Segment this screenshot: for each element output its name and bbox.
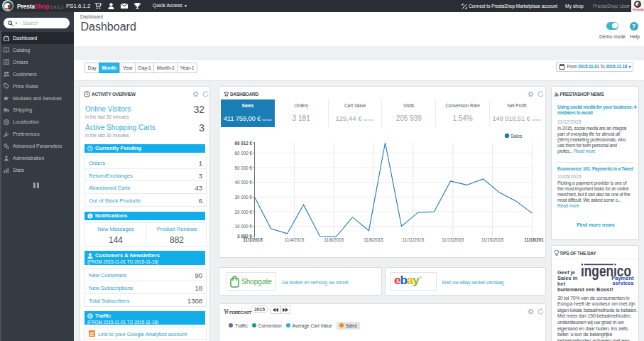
svg-text:50 000 €: 50 000 € (234, 166, 252, 170)
svg-text:66 912 €: 66 912 € (234, 141, 252, 146)
svg-text:11/8/2015: 11/8/2015 (364, 237, 383, 242)
svg-text:60 000 €: 60 000 € (234, 151, 252, 156)
svg-text:40 000 €: 40 000 € (234, 180, 252, 185)
svg-text:11/1/2015: 11/1/2015 (243, 237, 263, 242)
svg-text:11/15/2015: 11/15/2015 (481, 237, 504, 242)
svg-text:11/6/2015: 11/6/2015 (324, 237, 344, 242)
svg-text:30 000 €: 30 000 € (234, 195, 252, 200)
svg-text:11/18/201: 11/18/201 (524, 237, 544, 242)
svg-text:11/13/2015: 11/13/2015 (442, 237, 464, 242)
svg-text:Sales: Sales (511, 134, 523, 139)
svg-text:20 000 €: 20 000 € (234, 210, 252, 215)
svg-text:10 000 €: 10 000 € (234, 224, 252, 229)
svg-text:11/4/2015: 11/4/2015 (285, 237, 305, 242)
svg-text:11/11/2015: 11/11/2015 (403, 237, 425, 242)
